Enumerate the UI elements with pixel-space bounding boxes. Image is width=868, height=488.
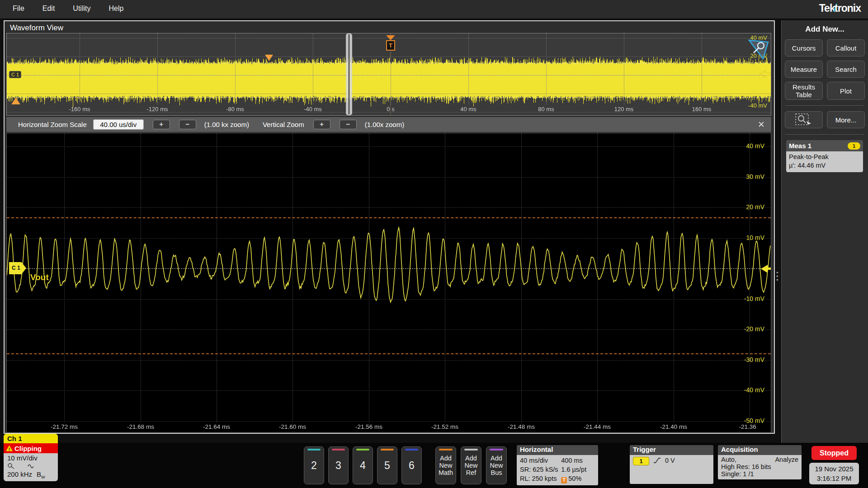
h-zoom-plus-button[interactable]: + <box>153 120 170 129</box>
channel1-settings: 10 mV/div 200 kHz BW <box>4 453 58 481</box>
main-volt-tick: -40 mV <box>744 386 764 394</box>
meas-body: Peak-to-Peak µ': 44.46 mV <box>786 151 863 172</box>
menu-item-edit[interactable]: Edit <box>42 0 55 13</box>
record-overview[interactable]: -160 ms-120 ms-80 ms-40 ms0 s40 ms80 ms1… <box>6 33 771 116</box>
zoom-select-icon <box>794 113 813 127</box>
h-resolution: 1.6 µs/pt <box>561 465 595 474</box>
panel-title: Waveform View <box>10 23 63 33</box>
trigger-panel[interactable]: Trigger 1 0 V <box>630 445 713 484</box>
trigger-arrow-icon <box>386 35 395 40</box>
zoom-toolbar: Horizontal Zoom Scale 40.00 us/div + − (… <box>6 117 771 132</box>
overview-time-tick: 40 ms <box>460 106 476 113</box>
add-new-bus-button[interactable]: Add New Bus <box>486 446 507 484</box>
channel1-name: Ch 1 <box>4 434 58 443</box>
more-button[interactable]: More... <box>827 111 865 128</box>
channel-color-stripe <box>381 449 394 450</box>
date: 19 Nov 2025 <box>809 464 859 474</box>
main-time-tick: -21.44 ms <box>584 423 611 430</box>
overview-time-tick: -160 ms <box>69 106 90 113</box>
svg-text:!: ! <box>9 446 10 451</box>
add-new-measure-button[interactable]: Measure <box>785 61 823 78</box>
overview-grid-line <box>7 94 771 94</box>
add-new-results-table-button[interactable]: Results Table <box>785 82 823 100</box>
ac-coupling-icon <box>27 463 35 469</box>
overview-time-tick: -120 ms <box>147 106 168 113</box>
main-volt-tick: -30 mV <box>744 356 764 363</box>
v-zoom-readout: (1.00x zoom) <box>365 121 405 128</box>
h-trigger-position: T50% <box>561 474 595 483</box>
main-volt-tick: 10 mV <box>746 234 764 241</box>
channel-color-stripe <box>356 449 369 450</box>
close-zoom-icon[interactable]: ✕ <box>758 119 765 130</box>
add-new-color-stripe <box>464 449 478 450</box>
channel-color-stripe <box>332 449 345 450</box>
acq-mode: Auto, <box>721 456 736 463</box>
add-new-buttons: CursorsCalloutMeasureSearchResults Table… <box>782 39 868 100</box>
panel-resize-handle[interactable]: ••• <box>776 271 778 282</box>
horizontal-title: Horizontal <box>517 445 598 455</box>
acquisition-body: Auto, Analyze High Res: 16 bits Single: … <box>718 455 802 479</box>
channel-2-button[interactable]: 2 <box>304 446 324 484</box>
h-scale: 40 ms/div <box>520 456 561 465</box>
add-new-plot-button[interactable]: Plot <box>827 82 865 100</box>
channel-5-button[interactable]: 5 <box>377 446 397 484</box>
bandwidth-limit-icon: BW <box>37 470 45 479</box>
add-new-math-button[interactable]: Add New Math <box>435 446 456 484</box>
add-new-search-button[interactable]: Search <box>827 61 865 78</box>
measurement-badge[interactable]: Meas 1 1 Peak-to-Peak µ': 44.46 mV <box>786 140 863 172</box>
menu-item-utility[interactable]: Utility <box>73 0 90 13</box>
menu-item-file[interactable]: File <box>13 0 24 13</box>
trigger-title: Trigger <box>630 445 713 455</box>
menu-items: FileEditUtilityHelp <box>0 0 868 13</box>
zoomed-waveform-graticule[interactable]: 40 mV30 mV20 mV10 mV-10 mV-20 mV-30 mV-4… <box>6 133 771 433</box>
trigger-source-badge: 1 <box>633 457 649 465</box>
overview-grid-line <box>546 33 547 105</box>
trigger-t-icon: T <box>386 40 395 51</box>
v-zoom-plus-button[interactable]: + <box>313 120 330 129</box>
horizontal-panel[interactable]: Horizontal 40 ms/div 400 ms SR: 625 kS/s… <box>517 445 598 485</box>
acquisition-panel[interactable]: Acquisition Auto, Analyze High Res: 16 b… <box>718 445 802 479</box>
main-time-tick: -21.60 ms <box>279 423 306 430</box>
channel-4-button[interactable]: 4 <box>353 446 373 484</box>
h-zoom-scale-input[interactable]: 40.00 us/div <box>93 119 144 130</box>
sidebar: Add New... CursorsCalloutMeasureSearchRe… <box>781 20 868 443</box>
main-waveform-canvas[interactable] <box>7 133 771 432</box>
zoom-select-mode-button[interactable] <box>785 111 823 128</box>
overview-channel-badge[interactable]: C 1 <box>9 71 21 78</box>
trigger-position-icon: T <box>561 477 567 483</box>
meas-value: µ': 44.46 mV <box>789 161 860 170</box>
acq-single: Single: 1 /1 <box>721 470 798 478</box>
h-zoom-scale-label: Horizontal Zoom Scale <box>18 121 87 128</box>
trigger-level-marker-icon[interactable] <box>11 98 20 104</box>
main-time-tick: -21.64 ms <box>203 423 230 430</box>
add-new-ref-button[interactable]: Add New Ref <box>461 446 481 484</box>
overview-trigger-level-arrow-icon[interactable] <box>759 70 771 80</box>
channel1-badge[interactable]: Ch 1 ! Clipping 10 mV/div 200 kHz BW <box>4 434 58 481</box>
trigger-level-value: 0 V <box>665 457 675 464</box>
add-new-callout-button[interactable]: Callout <box>827 39 865 56</box>
waveform-name-label[interactable]: Vout <box>30 272 49 282</box>
expansion-point-marker-icon[interactable] <box>265 55 273 61</box>
add-new-cursors-button[interactable]: Cursors <box>785 39 823 56</box>
add-new-title: Add New... <box>782 20 868 34</box>
meas-type: Peak-to-Peak <box>789 153 860 161</box>
overview-volt-tick: -40 mV <box>748 102 767 109</box>
trigger-position-marker[interactable]: T <box>386 35 396 51</box>
waveform-view-panel: Waveform View -160 ms-120 ms-80 ms-40 ms… <box>4 20 775 434</box>
run-stop-status-button[interactable]: Stopped <box>811 446 857 460</box>
v-zoom-minus-button[interactable]: − <box>340 120 357 129</box>
add-new-color-stripe <box>439 449 453 450</box>
channel-6-button[interactable]: 6 <box>401 446 422 484</box>
overview-time-tick: -80 ms <box>226 106 244 113</box>
zoom-overview-icon[interactable] <box>747 39 769 61</box>
main-time-tick: -21.36 ms <box>739 423 760 433</box>
h-window: 400 ms <box>561 456 595 465</box>
h-zoom-minus-button[interactable]: − <box>179 120 196 129</box>
menu-item-help[interactable]: Help <box>108 0 123 13</box>
trigger-level-arrow-icon[interactable] <box>761 265 768 273</box>
channel-3-button[interactable]: 3 <box>328 446 349 484</box>
zoom-window-handle[interactable] <box>346 33 352 115</box>
datetime-display[interactable]: 19 Nov 2025 3:16:12 PM <box>809 463 859 484</box>
overview-grid-line <box>7 56 771 57</box>
h-record-length: RL: 250 kpts <box>520 474 561 483</box>
